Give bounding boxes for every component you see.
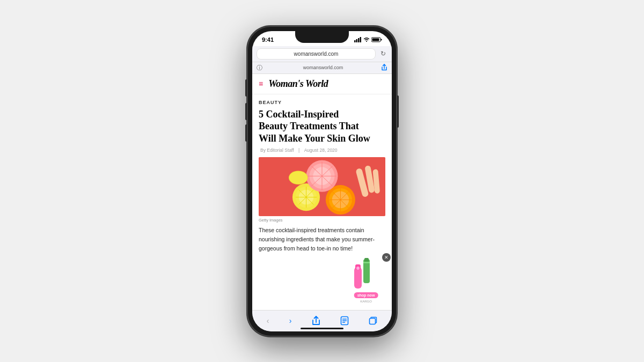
svg-rect-37	[354, 267, 362, 289]
hamburger-menu[interactable]: ≡	[259, 79, 263, 88]
hero-image	[259, 157, 385, 216]
author: By Editorial Staff	[260, 147, 294, 153]
title-line2: Beauty Treatments That	[259, 121, 359, 131]
date-separator: |	[298, 147, 299, 153]
reload-button[interactable]: ↻	[379, 50, 387, 57]
url-bar[interactable]: womansworld.com	[257, 48, 376, 60]
article-text: These cocktail-inspired treatments conta…	[259, 226, 385, 253]
ad-product[interactable]: shop now	[345, 256, 387, 299]
svg-point-30	[289, 171, 307, 184]
signal-icon	[354, 37, 362, 42]
back-button[interactable]: ‹	[265, 314, 272, 327]
svg-rect-6	[372, 38, 379, 41]
article-meta: By Editorial Staff | August 28, 2020	[259, 147, 385, 153]
site-header: ≡ Woman's World	[252, 74, 392, 94]
bookmarks-button[interactable]	[338, 314, 351, 328]
phone-screen: 9:41	[252, 31, 392, 331]
svg-rect-36	[363, 262, 370, 263]
tabs-button[interactable]	[367, 314, 379, 327]
battery-icon	[371, 37, 382, 42]
home-indicator	[301, 328, 343, 329]
forward-button[interactable]: ›	[287, 314, 294, 327]
kargo-label: KARGO	[345, 300, 387, 303]
article-title: 5 Cocktail-Inspired Beauty Treatments Th…	[259, 108, 385, 145]
svg-rect-35	[364, 258, 369, 262]
browser-chrome: womansworld.com ↻ ⓘ womansworld.com	[252, 46, 392, 74]
article-body-text: These cocktail-inspired treatments conta…	[259, 227, 375, 252]
share-icon[interactable]	[381, 64, 387, 72]
wifi-icon	[363, 37, 370, 42]
ad-overlay: ✕ shop now KARGO	[345, 256, 387, 299]
image-caption: Getty Images	[259, 218, 385, 223]
share-toolbar-button[interactable]	[310, 314, 323, 328]
url-text: womansworld.com	[294, 51, 339, 57]
date: August 28, 2020	[304, 147, 338, 153]
url-bar-outer: womansworld.com ↻	[252, 46, 392, 62]
svg-rect-44	[370, 319, 376, 324]
phone-device: 9:41	[247, 26, 397, 337]
svg-rect-1	[356, 39, 358, 42]
svg-rect-0	[354, 40, 356, 42]
status-icons	[354, 37, 382, 42]
notch	[295, 31, 349, 43]
svg-rect-2	[358, 38, 360, 42]
svg-rect-5	[381, 39, 382, 40]
status-time: 9:41	[262, 36, 274, 43]
svg-rect-3	[360, 37, 362, 42]
svg-point-39	[356, 267, 360, 270]
info-icon[interactable]: ⓘ	[257, 64, 265, 72]
title-line3: Will Make Your Skin Glow	[259, 133, 370, 144]
browser-secondary-bar: ⓘ womansworld.com	[252, 62, 392, 73]
site-logo: Woman's World	[268, 78, 328, 90]
article-body: BEAUTY 5 Cocktail-Inspired Beauty Treatm…	[252, 94, 392, 258]
url-secondary: womansworld.com	[268, 65, 378, 70]
ad-close-button[interactable]: ✕	[382, 253, 391, 262]
hero-image-container: Getty Images	[259, 157, 385, 223]
title-line1: 5 Cocktail-Inspired	[259, 109, 339, 120]
category-label: BEAUTY	[259, 100, 385, 105]
shop-now-button[interactable]: shop now	[354, 292, 378, 298]
